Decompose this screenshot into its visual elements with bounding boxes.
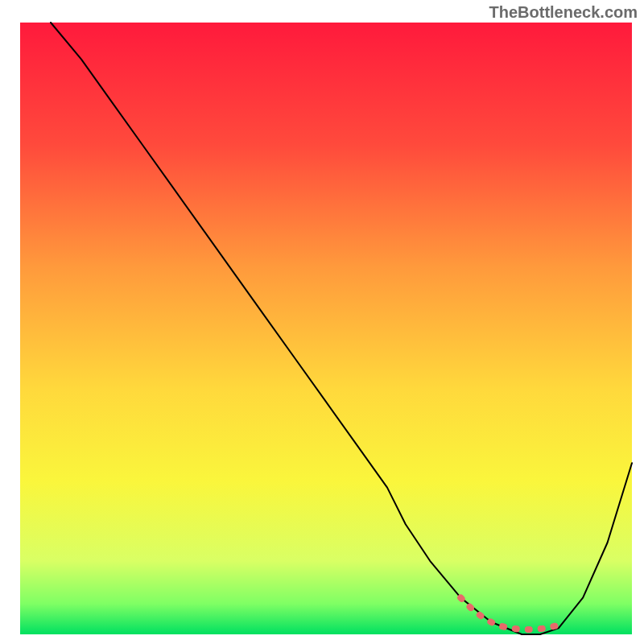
chart-stage: TheBottleneck.com (0, 0, 644, 644)
watermark-text: TheBottleneck.com (489, 3, 638, 22)
bottleneck-chart (0, 0, 644, 644)
gradient-background (20, 23, 632, 634)
